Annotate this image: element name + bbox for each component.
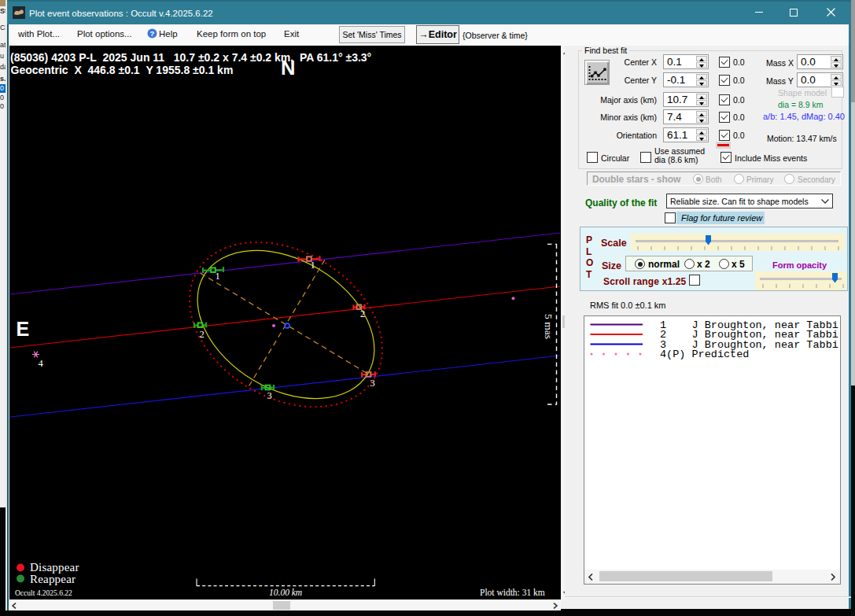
svg-text:5 mas: 5 mas xyxy=(543,314,555,339)
svg-text:4: 4 xyxy=(39,358,44,369)
svg-text:(85036) 4203 P-L 2025 Jun 11: (85036) 4203 P-L 2025 Jun 11 10.7 ±0.2 x… xyxy=(10,51,371,64)
svg-text:Occult 4.2025.6.22: Occult 4.2025.6.22 xyxy=(15,589,72,597)
svg-text:10.00 km: 10.00 km xyxy=(269,588,302,597)
svg-text:2: 2 xyxy=(200,329,205,340)
svg-text:1: 1 xyxy=(311,260,315,271)
svg-text:Plot width: 31 km: Plot width: 31 km xyxy=(480,588,545,597)
svg-text:3: 3 xyxy=(267,390,272,401)
svg-text:1: 1 xyxy=(216,271,220,282)
svg-text:2: 2 xyxy=(360,308,365,319)
svg-text:Reappear: Reappear xyxy=(30,573,76,585)
svg-text:E: E xyxy=(17,318,30,340)
svg-text:Geocentric X 446.8 ±0.1 Y 1: Geocentric X 446.8 ±0.1 Y 1955.8 ±0.1 km xyxy=(11,64,234,76)
svg-text:N: N xyxy=(281,57,295,79)
svg-text:?: ? xyxy=(150,29,155,38)
svg-text:3: 3 xyxy=(370,378,375,389)
